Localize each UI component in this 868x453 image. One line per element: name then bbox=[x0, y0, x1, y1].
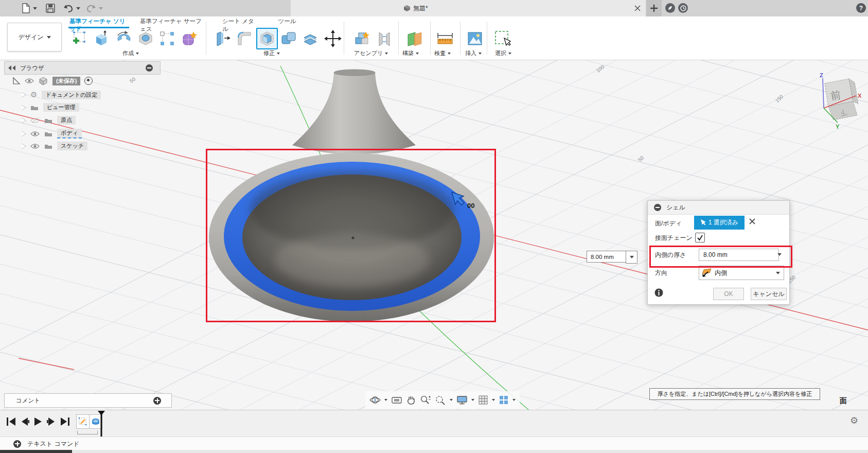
add-comment-icon[interactable] bbox=[153, 397, 161, 405]
shell-dialog[interactable]: シェル 面/ボディ 1 選択済み 接面チェーン 内側の厚さ 8.00 mm 方向… bbox=[647, 200, 790, 305]
faces-selection-button[interactable]: 1 選択済み bbox=[694, 216, 745, 230]
create-form-icon[interactable] bbox=[179, 29, 199, 48]
play-icon[interactable] bbox=[33, 416, 43, 427]
redo-dropdown-icon[interactable] bbox=[99, 7, 103, 10]
group-label-inspect[interactable]: 検査 bbox=[434, 49, 451, 57]
expand-icon[interactable] bbox=[22, 118, 26, 123]
extensions-icon[interactable] bbox=[665, 3, 675, 13]
stem-top-face[interactable] bbox=[334, 69, 375, 76]
move-icon[interactable] bbox=[323, 29, 343, 48]
collapse-browser-icon[interactable] bbox=[146, 64, 153, 72]
viewcube-front-label[interactable]: 前 bbox=[829, 89, 842, 102]
group-label-create[interactable]: 作成 bbox=[122, 49, 139, 57]
shell-icon[interactable] bbox=[256, 28, 278, 49]
press-pull-icon[interactable] bbox=[213, 29, 233, 48]
expand-icon[interactable] bbox=[22, 92, 26, 97]
browser-item-bodies[interactable]: ボディ bbox=[22, 129, 82, 138]
fillet-icon[interactable] bbox=[235, 29, 254, 48]
close-tab-icon[interactable] bbox=[634, 5, 641, 11]
comments-panel[interactable]: コメント bbox=[4, 393, 172, 408]
visibility-eye-icon-hidden[interactable] bbox=[30, 117, 40, 124]
tree-item-label[interactable]: ボディ bbox=[57, 129, 82, 138]
group-label-construct[interactable]: 構築 bbox=[402, 49, 419, 57]
selection-filter-badge[interactable]: 面 bbox=[840, 396, 847, 406]
grid-snap-dropdown-icon[interactable] bbox=[492, 399, 495, 401]
thickness-dimension-input[interactable]: 8.00 mm bbox=[587, 251, 627, 263]
viewports-dropdown-icon[interactable] bbox=[512, 399, 516, 401]
new-tab-button[interactable] bbox=[646, 0, 662, 16]
browser-item-document-settings[interactable]: ⚙ ドキュメントの設定 bbox=[22, 90, 101, 99]
tab-surface[interactable]: 基準フィーチャ サーフェス bbox=[140, 18, 206, 28]
expand-collapse-icon[interactable] bbox=[12, 77, 21, 85]
pan-icon[interactable] bbox=[406, 395, 416, 405]
app-grid-icon[interactable] bbox=[6, 4, 15, 13]
collapse-panel-icon[interactable] bbox=[8, 65, 16, 71]
timeline-sketch-feature[interactable] bbox=[76, 414, 90, 429]
expand-icon[interactable] bbox=[22, 105, 26, 110]
extrude-icon[interactable] bbox=[92, 29, 111, 48]
funnel-body[interactable] bbox=[209, 69, 494, 322]
visibility-eye-icon[interactable] bbox=[30, 131, 40, 137]
redo-icon[interactable] bbox=[85, 4, 97, 13]
thickness-value[interactable]: 8.00 mm bbox=[703, 251, 728, 258]
new-component-icon[interactable] bbox=[352, 29, 371, 48]
browser-panel-header[interactable]: ブラウザ bbox=[4, 61, 161, 75]
expand-icon[interactable] bbox=[22, 144, 26, 149]
joint-icon[interactable] bbox=[375, 29, 394, 48]
browser-root-row[interactable]: (未保存) bbox=[12, 76, 93, 85]
workspace-selector[interactable]: デザイン bbox=[7, 23, 62, 51]
tab-tools[interactable]: ツール bbox=[276, 18, 298, 28]
revolve-icon[interactable] bbox=[114, 29, 134, 48]
browser-item-view-management[interactable]: ビュー管理 bbox=[22, 103, 79, 112]
browser-item-sketches[interactable]: スケッチ bbox=[22, 142, 87, 150]
viewports-icon[interactable] bbox=[499, 395, 509, 405]
expand-icon[interactable] bbox=[22, 131, 26, 136]
select-icon[interactable] bbox=[493, 29, 512, 48]
tree-item-label[interactable]: ビュー管理 bbox=[43, 103, 79, 112]
job-status-clock-icon[interactable] bbox=[678, 3, 688, 13]
tab-sheet-metal[interactable]: シート メタル bbox=[222, 18, 259, 28]
orbit-icon[interactable] bbox=[369, 395, 381, 405]
step-back-icon[interactable] bbox=[20, 416, 30, 427]
look-at-icon[interactable] bbox=[391, 395, 402, 405]
expand-text-commands-icon[interactable] bbox=[13, 440, 21, 448]
split-body-icon[interactable] bbox=[300, 29, 320, 48]
insert-image-icon[interactable] bbox=[465, 29, 485, 48]
document-tab[interactable]: 無題* bbox=[291, 0, 646, 16]
grid-snap-icon[interactable] bbox=[478, 395, 488, 405]
shell-dialog-header[interactable]: シェル bbox=[648, 201, 789, 215]
create-sketch-icon[interactable] bbox=[69, 29, 89, 48]
thickness-spinner-icon[interactable] bbox=[777, 253, 782, 256]
timeline-position-marker[interactable] bbox=[97, 410, 106, 437]
collapse-dialog-icon[interactable] bbox=[654, 204, 661, 211]
undo-icon[interactable] bbox=[63, 4, 74, 13]
group-label-assemble[interactable]: アセンブリ bbox=[354, 49, 388, 57]
orbit-dropdown-icon[interactable] bbox=[384, 399, 387, 401]
tree-item-label[interactable]: ドキュメントの設定 bbox=[42, 91, 101, 99]
thickness-dimension-value[interactable]: 8.00 mm bbox=[591, 254, 614, 260]
direction-dropdown-icon[interactable] bbox=[776, 272, 780, 274]
group-label-modify[interactable]: 修正 bbox=[263, 49, 280, 57]
tab-solid[interactable]: 基準フィーチャ ソリッド bbox=[69, 18, 129, 28]
file-icon[interactable] bbox=[21, 3, 31, 14]
activate-component-icon[interactable] bbox=[84, 77, 93, 85]
display-settings-icon[interactable] bbox=[456, 395, 468, 405]
group-label-select[interactable]: 選択 bbox=[495, 49, 511, 57]
zoom-fit-icon[interactable] bbox=[435, 395, 446, 405]
clear-selection-icon[interactable] bbox=[749, 218, 756, 225]
group-label-insert[interactable]: 挿入 bbox=[465, 49, 482, 57]
info-icon[interactable] bbox=[654, 288, 663, 297]
measure-icon[interactable] bbox=[435, 29, 455, 48]
funnel-stem[interactable] bbox=[292, 72, 416, 154]
ok-button[interactable]: OK bbox=[713, 288, 744, 300]
go-to-start-icon[interactable] bbox=[6, 416, 16, 427]
cancel-button[interactable]: キャンセル bbox=[751, 288, 787, 300]
step-forward-icon[interactable] bbox=[46, 416, 57, 427]
visibility-eye-icon[interactable] bbox=[30, 143, 40, 149]
undo-dropdown-icon[interactable] bbox=[76, 7, 80, 10]
construct-plane-icon[interactable] bbox=[404, 29, 424, 48]
root-document-label[interactable]: (未保存) bbox=[52, 77, 80, 85]
visibility-eye-icon[interactable] bbox=[25, 78, 34, 84]
save-icon[interactable] bbox=[45, 3, 56, 13]
direction-dropdown[interactable]: 内側 bbox=[699, 266, 784, 280]
